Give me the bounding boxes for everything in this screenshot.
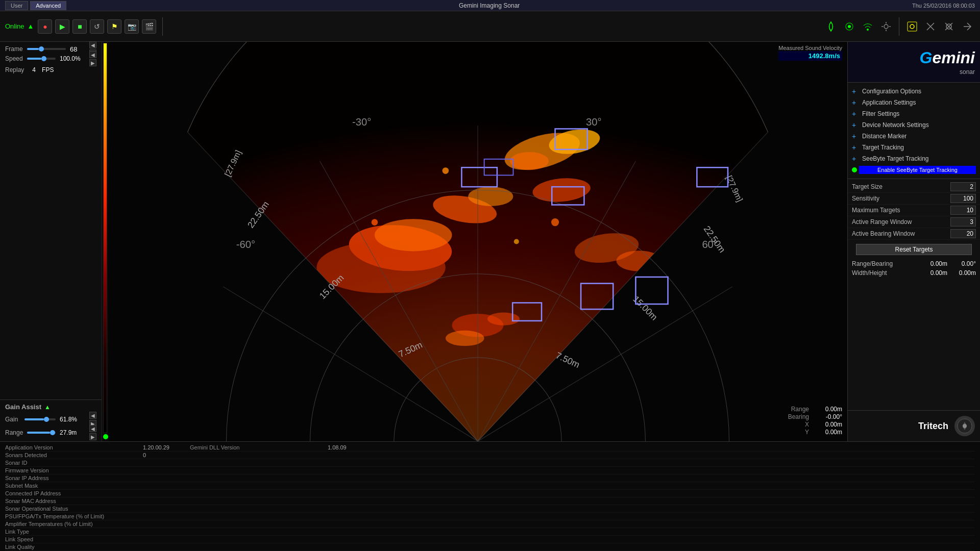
max-targets-value[interactable]: [950, 206, 976, 215]
range-step-down[interactable]: ▶: [89, 433, 96, 440]
tab-user[interactable]: User: [5, 1, 28, 10]
stop-button[interactable]: ■: [72, 19, 87, 34]
flag-button[interactable]: ⚑: [107, 19, 121, 34]
range-slider-track[interactable]: [27, 432, 56, 434]
zoom-icon[interactable]: [960, 19, 975, 34]
active-bearing-value[interactable]: [950, 229, 976, 238]
frame-step-up[interactable]: ◀: [89, 41, 96, 48]
speed-control-row: Speed 100.0% ◀ ▶: [0, 53, 102, 64]
status-row-amp-temp: Amplifier Temperatures (% of Limit): [5, 520, 975, 528]
gain-slider-fill: [24, 418, 44, 420]
svg-point-3: [884, 24, 888, 29]
menu-app-settings[interactable]: + Application Settings: [848, 97, 980, 108]
svg-point-20: [446, 331, 484, 346]
sonars-detected-label: Sonars Detected: [5, 452, 133, 458]
range-coord-value: 0.00m: [814, 406, 842, 413]
frame-slider-thumb[interactable]: [39, 46, 44, 52]
gain-label: Gain: [5, 416, 20, 423]
speed-step-up[interactable]: ◀: [89, 51, 96, 58]
svg-text:-30°: -30°: [352, 116, 371, 128]
svg-point-18: [617, 251, 662, 271]
menu-filter-label: Filter Settings: [862, 110, 899, 117]
gain-step-up[interactable]: ◀: [89, 412, 96, 419]
replay-control-row: Replay 4 FPS: [0, 64, 102, 76]
app-version-value: 1.20.00.29: [143, 444, 169, 450]
range-bearing-row: Range/Bearing 0.00m 0.00°: [848, 259, 980, 268]
amp-temp-label: Amplifier Temperatures (% of Limit): [5, 521, 133, 527]
sonar-icon-2[interactable]: [842, 19, 857, 34]
frame-slider-track[interactable]: [27, 48, 66, 50]
speed-slider-fill: [27, 58, 41, 60]
status-row-sonars: Sonars Detected 0: [5, 452, 975, 459]
menu-distance-marker[interactable]: + Distance Marker: [848, 131, 980, 142]
menu-app-label: Application Settings: [862, 99, 916, 106]
range-coord-row: Range 0.00m: [788, 406, 842, 413]
svg-rect-4: [908, 22, 917, 31]
target-icon-3[interactable]: [941, 19, 957, 34]
gain-slider-thumb[interactable]: [44, 417, 49, 422]
status-bar: Application Version 1.20.00.29 Gemini DL…: [0, 441, 980, 551]
sensitivity-value[interactable]: [950, 194, 976, 203]
active-bearing-row: Active Bearing Window: [848, 228, 980, 240]
online-triangle-icon: ▲: [28, 22, 34, 30]
status-row-ip: Sonar IP Address: [5, 474, 975, 482]
speed-slider-thumb[interactable]: [41, 56, 46, 61]
frame-control-row: Frame 68 ◀ ▶: [0, 42, 102, 53]
frame-slider-fill: [27, 48, 39, 50]
sonars-detected-value: 0: [143, 452, 146, 458]
color-bar-container: [102, 42, 108, 441]
video-button[interactable]: 🎬: [142, 19, 156, 34]
plus-icon-app: +: [852, 98, 859, 107]
gain-assist-icon: ▲: [44, 404, 51, 411]
reset-targets-button[interactable]: Reset Targets: [856, 244, 972, 255]
enable-seebyte-button[interactable]: Enable SeeByte Target Tracking: [859, 166, 976, 174]
menu-device-network[interactable]: + Device Network Settings: [848, 119, 980, 131]
menu-seebyte-tracking[interactable]: + SeeByte Target Tracking: [848, 153, 980, 164]
wifi-icon[interactable]: [860, 19, 875, 34]
loop-button[interactable]: ↺: [90, 19, 104, 34]
plus-icon-config: +: [852, 87, 859, 95]
replay-fps-label: FPS: [42, 66, 54, 73]
active-range-value[interactable]: [950, 217, 976, 227]
target-size-value[interactable]: [950, 182, 976, 191]
app-version-label: Application Version: [5, 444, 133, 450]
speed-slider-track[interactable]: [27, 58, 56, 60]
tab-advanced[interactable]: Advanced: [30, 1, 66, 10]
play-button[interactable]: ▶: [55, 19, 69, 34]
x-coord-value: 0.00m: [814, 421, 842, 428]
left-controls: Frame 68 ◀ ▶ Speed: [0, 42, 102, 441]
active-range-row: Active Range Window: [848, 216, 980, 228]
speed-label: Speed: [5, 55, 23, 62]
menu-filter-settings[interactable]: + Filter Settings: [848, 108, 980, 119]
gain-slider-track[interactable]: [24, 418, 56, 420]
gemini-rest: emini: [932, 48, 975, 67]
plus-icon-seebyte: +: [852, 155, 859, 163]
menu-target-tracking[interactable]: + Target Tracking: [848, 142, 980, 153]
range-coord-label: Range: [791, 406, 809, 413]
menu-config-label: Configuration Options: [862, 88, 921, 95]
range-label: Range: [5, 429, 23, 436]
target-icon-2[interactable]: [923, 19, 938, 34]
record-button[interactable]: ●: [38, 19, 52, 34]
right-panel: Gemini sonar + Configuration Options + A…: [847, 42, 980, 441]
screenshot-button[interactable]: 📷: [125, 19, 139, 34]
color-bar: [103, 43, 107, 433]
svg-point-2: [867, 29, 869, 31]
bearing-coord-label: Bearing: [788, 413, 809, 420]
settings-icon[interactable]: [878, 19, 894, 34]
sonar-icon-1[interactable]: [823, 19, 839, 34]
svg-point-52: [963, 424, 967, 428]
range-slider-thumb[interactable]: [50, 430, 55, 435]
gain-assist-header: Gain Assist ▲: [5, 403, 96, 411]
range-step-up[interactable]: ◀: [89, 425, 96, 432]
range-slider-row: Range 27.9m ◀ ▶: [5, 427, 96, 438]
connected-ip-label: Connected IP Address: [5, 490, 133, 496]
enable-seebyte-row: Enable SeeByte Target Tracking: [848, 164, 980, 176]
svg-point-10: [510, 152, 549, 170]
target-icon-1[interactable]: [904, 19, 920, 34]
svg-point-22: [443, 167, 449, 174]
status-row-link-type: Link Type: [5, 528, 975, 536]
svg-point-16: [375, 219, 452, 251]
menu-config-options[interactable]: + Configuration Options: [848, 86, 980, 97]
range-bearing-val2: 0.00°: [950, 260, 976, 267]
